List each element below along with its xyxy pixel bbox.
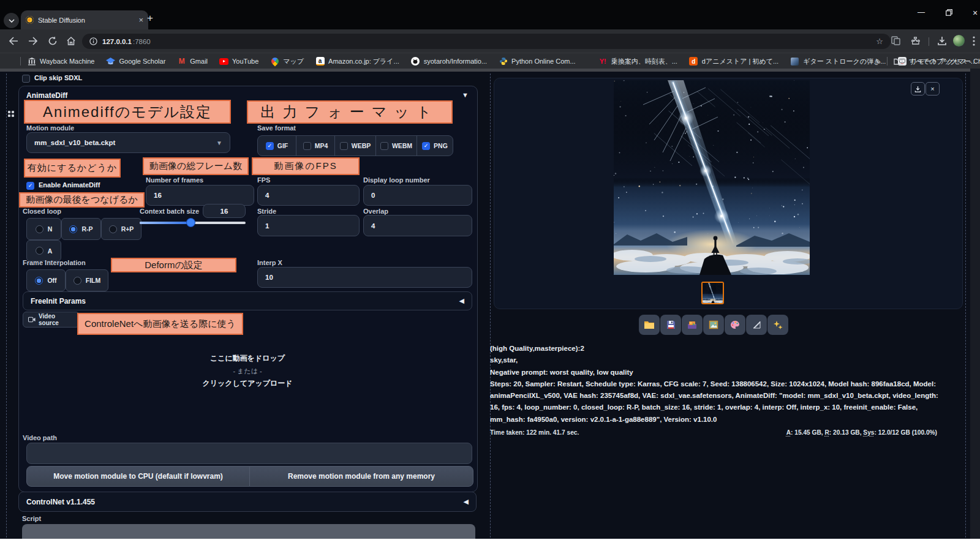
frame-interp-option-film[interactable]: FILM	[66, 269, 108, 291]
stride-input[interactable]: 1	[257, 215, 360, 236]
video-source-tab[interactable]: Video source	[23, 312, 80, 328]
generated-image[interactable]	[703, 283, 723, 303]
all-bookmarks-label[interactable]: すべてのブックマー...	[909, 57, 976, 66]
controlnet-accordion[interactable]: ControlNet v1.1.455 ◀	[18, 492, 477, 512]
bookmark-google-scholar[interactable]: Google Scholar	[106, 57, 165, 66]
forward-icon[interactable]	[28, 37, 38, 45]
apps-grid-icon[interactable]	[8, 111, 14, 117]
save-zip-button[interactable]	[682, 315, 703, 335]
send-to-extras-button[interactable]	[725, 315, 745, 335]
annotation-total-frames: 動画像の総フレーム数	[143, 157, 249, 175]
radio-icon	[36, 225, 43, 233]
home-icon[interactable]	[66, 36, 76, 46]
bookmark-label: マップ	[283, 57, 304, 66]
closed-loop-option-rpp[interactable]: R+P	[101, 218, 141, 240]
closed-loop-option-a[interactable]: A	[26, 240, 61, 261]
site-info-icon[interactable]	[89, 37, 97, 45]
youtube-favicon	[219, 57, 228, 66]
number-of-frames-input[interactable]: 16	[146, 185, 254, 206]
context-batch-label: Context batch size	[140, 208, 199, 215]
context-batch-slider[interactable]	[140, 222, 246, 224]
bookmark-label: ギター ストロークの弾き...	[803, 57, 886, 66]
address-bar[interactable]: 127.0.0.1:7860 ☆	[82, 34, 891, 49]
menu-dots-icon[interactable]	[973, 36, 975, 46]
window-restore-button[interactable]	[946, 9, 952, 16]
bookmark-github[interactable]: syotaroh/Informatio...	[411, 57, 487, 66]
fps-input[interactable]: 4	[257, 185, 360, 206]
save-format-webm[interactable]: WEBM	[376, 136, 417, 156]
page-scrollbar[interactable]	[970, 69, 980, 539]
closed-loop-option-n[interactable]: N	[26, 218, 61, 240]
context-batch-number[interactable]: 16	[203, 204, 246, 218]
image-download-button[interactable]	[911, 82, 925, 96]
bookmark-yahoo-transit[interactable]: Y! 乗換案内、時刻表、...	[598, 57, 677, 66]
browser-tab[interactable]: Stable Diffusion ×	[21, 10, 148, 29]
new-tab-button[interactable]: +	[147, 12, 153, 24]
motion-module-dropdown[interactable]: mm_sdxl_v10_beta.ckpt ▼	[26, 132, 230, 153]
bookmark-label: dアニメストア | 初めて...	[702, 57, 778, 66]
video-path-label: Video path	[23, 434, 57, 441]
save-format-mp4[interactable]: MP4	[296, 136, 335, 156]
open-folder-button[interactable]	[639, 315, 660, 335]
remove-motion-module-button[interactable]: Remove motion module from any memory	[249, 466, 473, 487]
display-loop-input[interactable]: 0	[363, 185, 472, 206]
back-icon[interactable]	[9, 37, 18, 45]
sparkles-icon	[773, 320, 783, 330]
bookmarks-right-separator	[887, 57, 888, 66]
bookmark-gmail[interactable]: M Gmail	[177, 57, 208, 66]
send-to-img2img-button[interactable]	[703, 315, 724, 335]
freeinit-accordion[interactable]: FreeInit Params ◀	[23, 291, 472, 310]
checkbox-icon	[303, 142, 311, 150]
bookmark-guitar[interactable]: ギター ストロークの弾き...	[790, 57, 886, 66]
animatediff-title[interactable]: AnimateDiff	[26, 91, 67, 100]
extensions-puzzle-icon[interactable]	[911, 36, 921, 46]
save-icon	[666, 320, 676, 329]
bookmark-star-icon[interactable]: ☆	[876, 37, 883, 46]
save-format-group: GIF MP4 WEBP WEBM PNG	[257, 135, 453, 156]
video-path-textarea[interactable]	[26, 443, 472, 464]
save-format-webp[interactable]: WEBP	[335, 136, 376, 156]
amazon-favicon: a	[315, 57, 325, 66]
move-motion-module-cpu-button[interactable]: Move motion module to CPU (default if lo…	[26, 466, 250, 487]
profile-avatar[interactable]	[953, 35, 965, 47]
bookmark-wayback-machine[interactable]: Wayback Machine	[27, 57, 94, 66]
prompt-line2: sky,star,	[490, 354, 938, 366]
save-format-gif[interactable]: GIF	[258, 136, 296, 156]
video-drop-zone[interactable]: ここに動画をドロップ - または - クリックしてアップロード	[23, 336, 472, 430]
tab-close-icon[interactable]: ×	[138, 16, 143, 24]
bookmark-maps[interactable]: マップ	[270, 57, 304, 66]
checkbox-checked-icon	[266, 142, 274, 150]
download-icon[interactable]	[937, 36, 947, 46]
overlap-input[interactable]: 4	[363, 215, 472, 236]
bookmark-python-online[interactable]: Python Online Com...	[499, 57, 576, 66]
window-close-button[interactable]: ×	[973, 8, 978, 18]
bookmark-amazon[interactable]: a Amazon.co.jp: プライ...	[315, 57, 399, 66]
window-minimize-button[interactable]: —	[918, 8, 925, 17]
drop-zone-line2: - または -	[23, 367, 472, 376]
right-column-dashed-border-right	[965, 73, 966, 538]
frame-interp-option-off[interactable]: Off	[26, 269, 66, 291]
script-dropdown[interactable]	[22, 524, 475, 539]
bookmark-danime[interactable]: d dアニメストア | 初めて...	[689, 57, 778, 66]
checkbox-icon	[380, 142, 388, 150]
reading-list-icon[interactable]	[891, 36, 900, 45]
reload-icon[interactable]	[48, 36, 58, 46]
slider-handle[interactable]	[187, 219, 195, 227]
save-image-button[interactable]	[660, 315, 681, 335]
bookmark-youtube[interactable]: YouTube	[219, 57, 258, 66]
generated-image[interactable]	[614, 80, 810, 275]
send-to-inpaint-button[interactable]	[746, 315, 767, 335]
bookmarks-overflow-chevron[interactable]: »	[876, 57, 881, 66]
interp-x-input[interactable]: 10	[257, 267, 472, 288]
result-thumbnail[interactable]	[701, 282, 724, 304]
clip-skip-checkbox[interactable]	[22, 75, 30, 83]
display-loop-label: Display loop number	[363, 176, 430, 184]
tab-search-button[interactable]	[4, 13, 19, 28]
image-close-button[interactable]: ×	[925, 82, 940, 96]
enable-animatediff-checkbox[interactable]	[26, 182, 34, 190]
generation-footer: Time taken: 122 min. 41.7 sec. A: 15.45 …	[490, 429, 937, 436]
save-format-png[interactable]: PNG	[417, 136, 453, 156]
accordion-open-arrow-icon[interactable]: ▼	[462, 91, 469, 99]
upscale-button[interactable]	[767, 315, 788, 335]
closed-loop-option-rp[interactable]: R-P	[61, 218, 101, 240]
